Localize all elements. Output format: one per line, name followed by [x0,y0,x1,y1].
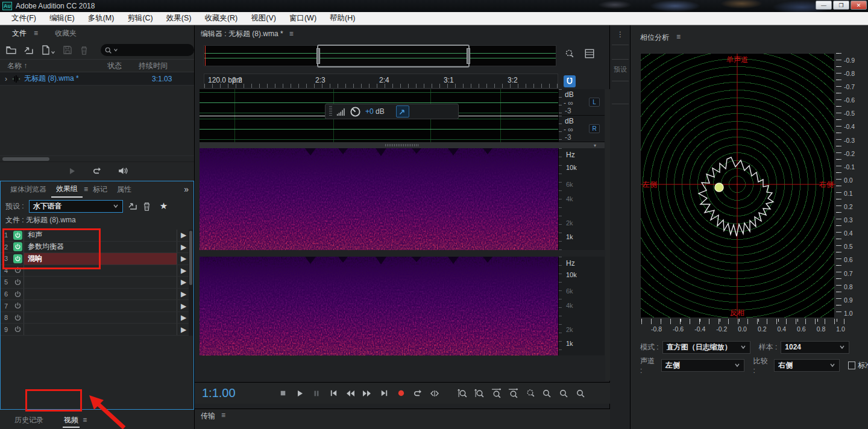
menu-item[interactable]: 收藏夹(R) [198,13,244,23]
skip-start-button[interactable] [325,387,342,400]
editor-vertical-scrollbar[interactable] [605,89,610,381]
hud-knob-icon[interactable] [350,106,361,117]
mode-select[interactable]: 直方图（日志缩放） [662,341,750,354]
channel-select[interactable]: 左侧 [661,359,744,372]
effect-slot[interactable]: 2 参数均衡器 ▶ [1,242,190,254]
tab-markers[interactable]: 标记 [88,182,112,197]
pause-button[interactable] [308,387,325,400]
panel-menu-icon[interactable]: ≡ [83,416,87,424]
menu-item[interactable]: 帮助(H) [323,13,362,23]
power-icon[interactable] [11,290,24,298]
zoom-out-amplitude-icon[interactable] [471,387,488,400]
search-scope-chevron-icon[interactable] [113,48,118,52]
file-row[interactable]: › 无标题 (8).wma * 3:1.03 [0,72,194,86]
tab-properties[interactable]: 属性 [112,182,136,197]
import-file-icon[interactable] [24,45,34,55]
delete-preset-icon[interactable] [142,202,151,211]
samples-select[interactable]: 1024 [781,341,849,354]
overview-playhead[interactable] [205,46,206,66]
tab-effects-rack[interactable]: 效果组 [51,181,83,198]
power-icon[interactable] [11,314,24,322]
slot-arrow-icon[interactable]: ▶ [177,265,190,277]
menu-item[interactable]: 窗口(W) [283,13,323,23]
spectrogram-right[interactable] [200,257,558,355]
minimize-button[interactable]: — [816,1,832,10]
menu-item[interactable]: 文件(F) [5,13,43,23]
power-icon[interactable] [11,254,24,263]
maximize-button[interactable]: ❐ [833,1,849,10]
tab-history[interactable]: 历史记录 [13,413,45,428]
effect-name[interactable] [24,289,177,300]
play-button[interactable] [291,387,308,400]
menu-item[interactable]: 编辑(E) [43,13,81,23]
effect-name[interactable] [24,300,177,312]
zoom-out-point-icon[interactable] [555,387,572,400]
panel-menu-icon[interactable]: ≡ [289,30,294,38]
effect-name[interactable] [24,324,177,335]
tab-video[interactable]: 视频 [63,413,80,428]
timecode-display[interactable]: 1:1.00 [202,386,274,400]
gain-hud[interactable]: +0 dB [325,104,459,119]
column-name[interactable]: 名称 [7,61,22,70]
zoom-in-amplitude-icon[interactable] [454,387,471,400]
snap-magnet-icon[interactable] [564,75,576,87]
open-file-icon[interactable] [6,45,16,55]
effect-slot-selected[interactable]: 3 混响 ▶ [1,253,190,265]
preview-play-icon[interactable] [67,166,77,176]
favorite-star-icon[interactable]: ★ [160,201,168,211]
compare-select[interactable]: 右侧 [774,359,839,372]
slot-arrow-icon[interactable]: ▶ [177,277,190,288]
power-icon[interactable] [11,325,24,333]
rewind-button[interactable] [342,387,359,400]
panel-menu-icon[interactable]: ≡ [84,185,88,193]
search-input[interactable] [119,46,186,54]
left-channel-button[interactable]: L [589,98,600,107]
auto-play-speaker-icon[interactable] [118,166,128,176]
new-file-icon[interactable] [41,45,55,55]
tab-favorites[interactable]: 收藏夹 [51,26,80,41]
tab-files[interactable]: 文件 [8,26,30,41]
view-splitter[interactable]: ▾ [200,142,605,148]
zoom-navigate-icon[interactable] [564,48,574,59]
menu-item[interactable]: 剪辑(C) [121,13,159,23]
menu-item[interactable]: 效果(S) [160,13,198,23]
hud-gain-value[interactable]: +0 [365,107,374,116]
fast-forward-button[interactable] [359,387,376,400]
zoom-out-time-icon[interactable] [505,387,521,400]
file-name[interactable]: 无标题 (8).wma * [24,74,119,84]
tab-overflow-icon[interactable]: » [184,184,189,194]
save-preset-icon[interactable] [128,201,137,211]
menu-item[interactable]: 视图(V) [244,13,283,23]
effect-name[interactable] [24,265,177,277]
normalize-checkbox[interactable] [848,362,855,369]
panel-menu-icon[interactable]: ≡ [221,411,225,421]
more-panels-icon[interactable]: ⋮ [610,30,631,39]
power-icon[interactable] [11,278,24,286]
close-button[interactable]: ✕ [851,1,867,10]
panel-menu-icon[interactable]: ≡ [676,33,681,43]
splitter-collapse-icon[interactable]: ▾ [594,143,596,148]
effect-slot[interactable]: 8 ▶ [1,312,190,324]
effect-slot[interactable]: 5 ▶ [1,277,190,289]
column-status[interactable]: 状态 [107,61,139,71]
display-rows-icon[interactable] [584,48,595,59]
effect-name[interactable]: 参数均衡器 [24,242,177,253]
skip-selection-button[interactable] [426,387,443,400]
spectrogram-left[interactable] [200,148,558,250]
collapsed-presets-tab[interactable]: 预设 [610,65,631,74]
column-duration[interactable]: 持续时间 [139,61,168,71]
zoom-selection-icon[interactable] [572,387,589,400]
preset-select[interactable]: 水下语音 [29,200,123,213]
effect-slot[interactable]: 7 ▶ [1,300,190,312]
timeline-ruler[interactable]: 120.0 bpm 2:2 2:3 2:4 3:1 3:2 [204,74,558,89]
effect-slot[interactable]: 6 ▶ [1,289,190,301]
effect-slot[interactable]: 9 ▶ [1,324,190,336]
waveform-display[interactable]: +0 dB [200,89,558,142]
zoom-in-time-icon[interactable] [488,387,505,400]
power-icon[interactable] [11,242,24,251]
slot-arrow-icon[interactable]: ▶ [177,242,190,253]
right-channel-button[interactable]: R [589,124,600,133]
power-icon[interactable] [11,302,24,310]
expand-icon[interactable]: › [0,75,12,83]
tab-media-browser[interactable]: 媒体浏览器 [5,182,51,197]
